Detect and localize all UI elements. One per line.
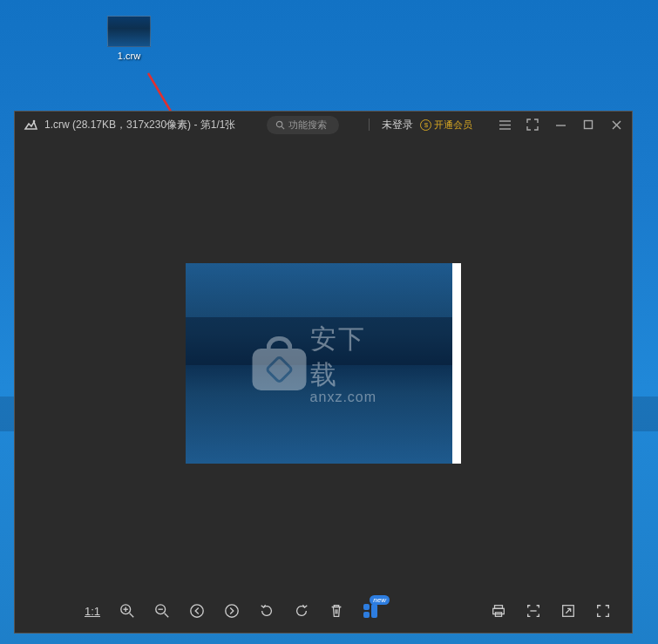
- window-title: 1.crw (28.17KB，317x230像素) - 第1/1张: [44, 118, 235, 132]
- zoom-in-button[interactable]: [119, 603, 135, 619]
- new-badge: new: [370, 595, 390, 605]
- printer-icon: [491, 603, 506, 619]
- svg-rect-9: [585, 121, 593, 129]
- image-viewer-window: 1.crw (28.17KB，317x230像素) - 第1/1张 功能搜索 未…: [14, 111, 633, 634]
- rotate-right-icon: [294, 603, 309, 619]
- search-placeholder: 功能搜索: [288, 119, 327, 132]
- delete-button[interactable]: [329, 603, 344, 619]
- zoom-in-icon: [119, 603, 135, 619]
- svg-point-3: [277, 121, 282, 126]
- chevron-right-circle-icon: [224, 603, 240, 619]
- next-button[interactable]: [224, 603, 240, 619]
- maximize-icon: [583, 119, 594, 130]
- prev-button[interactable]: [189, 603, 205, 619]
- divider: [369, 119, 370, 131]
- svg-point-20: [226, 605, 238, 617]
- ratio-button[interactable]: 1:1: [85, 605, 100, 618]
- fit-corners-icon: [595, 603, 611, 619]
- svg-line-17: [165, 613, 169, 618]
- maximize-button[interactable]: [581, 118, 595, 132]
- image-preview: 安下载 anxz.com: [186, 263, 461, 464]
- zoom-out-icon: [154, 603, 170, 619]
- watermark: 安下载 anxz.com: [253, 322, 386, 405]
- search-icon: [275, 120, 285, 130]
- fullscreen-button[interactable]: [526, 118, 539, 132]
- desktop-file-icon[interactable]: 1.crw: [103, 16, 155, 61]
- watermark-en: anxz.com: [310, 390, 386, 405]
- watermark-cn: 安下载: [310, 322, 386, 393]
- rotate-right-button[interactable]: [294, 603, 309, 619]
- minimize-button[interactable]: [553, 118, 567, 132]
- close-button[interactable]: [609, 118, 623, 132]
- svg-line-13: [130, 613, 134, 618]
- chevron-left-circle-icon: [189, 603, 205, 619]
- image-canvas[interactable]: 安下载 anxz.com: [15, 138, 632, 589]
- expand-diag-icon: [560, 603, 576, 619]
- app-logo-icon: [24, 119, 37, 131]
- scan-button[interactable]: [526, 603, 541, 619]
- trash-icon: [329, 603, 344, 619]
- rotate-left-icon: [259, 603, 275, 619]
- vip-text: 开通会员: [434, 119, 472, 132]
- login-link[interactable]: 未登录: [382, 118, 413, 132]
- scan-icon: [526, 603, 541, 619]
- rotate-left-button[interactable]: [259, 603, 275, 619]
- file-thumbnail: [107, 16, 151, 47]
- menu-button[interactable]: [498, 118, 512, 132]
- file-label: 1.crw: [118, 51, 140, 61]
- minimize-icon: [555, 119, 566, 131]
- bottom-toolbar: 1:1: [15, 589, 632, 633]
- close-icon: [611, 119, 622, 131]
- svg-line-4: [282, 126, 285, 129]
- svg-point-2: [33, 120, 36, 123]
- fit-button[interactable]: [595, 603, 611, 619]
- fullscreen-icon: [526, 119, 539, 131]
- zoom-out-button[interactable]: [154, 603, 170, 619]
- titlebar: 1.crw (28.17KB，317x230像素) - 第1/1张 功能搜索 未…: [15, 112, 632, 138]
- svg-point-19: [191, 605, 203, 617]
- hamburger-icon: [499, 119, 512, 132]
- search-input[interactable]: 功能搜索: [267, 116, 339, 134]
- coin-icon: $: [420, 119, 431, 131]
- bag-icon: [253, 336, 302, 390]
- snap-button[interactable]: new: [363, 604, 377, 618]
- wallpaper-button[interactable]: [560, 603, 576, 619]
- print-button[interactable]: [491, 603, 506, 619]
- vip-badge[interactable]: $ 开通会员: [420, 119, 472, 132]
- svg-rect-22: [493, 608, 505, 613]
- tiles-icon: [363, 604, 377, 618]
